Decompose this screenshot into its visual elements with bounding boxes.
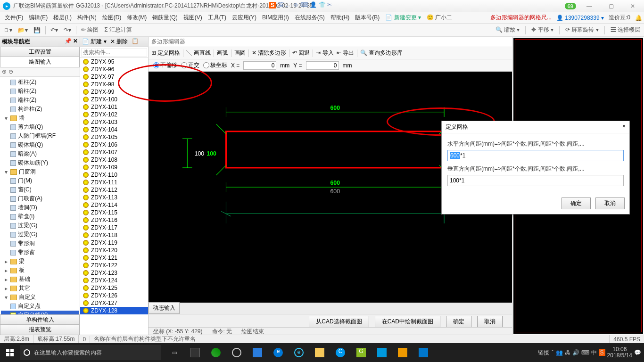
v-spacing-input[interactable]: 100*1: [447, 175, 624, 186]
lib-button[interactable]: 🔍 查询多边形库: [360, 49, 403, 57]
tree-al[interactable]: 暗梁(A): [18, 150, 37, 158]
list-item[interactable]: ZDYX-110: [80, 171, 148, 179]
open-icon[interactable]: 📂▾: [16, 26, 30, 34]
tree-custom[interactable]: 自定义: [19, 293, 36, 301]
menu-modify[interactable]: 修改(M): [124, 13, 149, 23]
menu-version[interactable]: 版本号(B): [352, 13, 382, 23]
collapse-icon[interactable]: ⊖: [8, 68, 13, 75]
list-item[interactable]: ZDYX-109: [80, 164, 148, 171]
menu-edit[interactable]: 编辑(E): [26, 13, 50, 23]
undo-icon[interactable]: ↶▾: [49, 26, 60, 34]
menu-rebar[interactable]: 钢筋量(Q): [149, 13, 180, 23]
list-item[interactable]: ZDYX-119: [80, 239, 148, 247]
list-item[interactable]: ZDYX-101: [80, 103, 148, 111]
list-item[interactable]: ZDYX-118: [80, 231, 148, 239]
task-app1[interactable]: [186, 345, 205, 360]
max-button[interactable]: ▢: [603, 3, 619, 9]
tree-jlq[interactable]: 剪力墙(Q): [18, 123, 43, 131]
h-spacing-input[interactable]: 600*1: [447, 150, 624, 161]
min-button[interactable]: —: [581, 3, 598, 9]
tree-dz[interactable]: 端柱(Z): [18, 96, 36, 104]
tab-project[interactable]: 工程设置: [0, 47, 80, 58]
list-item[interactable]: ZDYX-115: [80, 209, 148, 216]
list-item[interactable]: ZDYX-123: [80, 269, 148, 277]
editor-ok-button[interactable]: 确定: [446, 316, 471, 328]
list-item[interactable]: ZDYX-97: [80, 73, 148, 81]
expand-icon[interactable]: ⊕: [2, 68, 7, 75]
list-item[interactable]: ZDYX-113: [80, 194, 148, 201]
redo-icon[interactable]: ↷▾: [62, 26, 73, 34]
menu-tool[interactable]: 工具(T): [205, 13, 229, 23]
list-item[interactable]: ZDYX-114: [80, 201, 148, 209]
search-input[interactable]: [81, 48, 147, 57]
menu-view[interactable]: 视图(V): [181, 13, 205, 23]
pan-button[interactable]: ✥ 平移 ▾: [529, 25, 555, 35]
menu-online[interactable]: 在线服务(S): [292, 13, 328, 23]
list-item[interactable]: ZDYX-95: [80, 58, 148, 66]
back-button[interactable]: ↶ 回退: [292, 49, 310, 57]
tree-cpoint[interactable]: 自定义点: [18, 302, 41, 310]
export-button[interactable]: ⇤ 导出: [337, 49, 354, 57]
start-button[interactable]: [0, 349, 20, 356]
select-cad-button[interactable]: 从CAD选择截面图: [309, 316, 369, 328]
tab-single[interactable]: 单构件输入: [0, 314, 80, 325]
list-item[interactable]: ZDYX-98: [80, 81, 148, 88]
list-item[interactable]: ZDYX-117: [80, 224, 148, 231]
user-label[interactable]: 🙂 广小二: [424, 13, 455, 23]
tree-az[interactable]: 暗柱(Z): [18, 87, 36, 95]
tree-gl[interactable]: 过梁(G): [18, 230, 37, 239]
draw-button[interactable]: ✏ 绘图: [79, 25, 100, 35]
floor-select[interactable]: ☰ 选择楼层: [609, 25, 642, 35]
task-app4-icon[interactable]: [393, 345, 412, 360]
tree-dxc[interactable]: 带形窗: [18, 248, 35, 256]
list-item[interactable]: ZDYX-107: [80, 148, 148, 156]
list-item[interactable]: ZDYX-96: [80, 66, 148, 73]
tree-qtjj[interactable]: 砌体加筋(Y): [18, 159, 48, 167]
ime-icons[interactable]: 。 ☺ ⌨ 👤 👕 ✂: [286, 1, 332, 9]
zoom-button[interactable]: 🔍 缩放 ▾: [494, 25, 522, 35]
list-item[interactable]: ZDYX-103: [80, 118, 148, 126]
phone-label[interactable]: 👤 13907298339 ▾: [556, 15, 604, 21]
menu-bim[interactable]: BIM应用(I): [259, 13, 292, 23]
link-label[interactable]: 链接: [538, 349, 549, 357]
new-change-button[interactable]: 📄 新建变更 ▾: [382, 13, 424, 23]
list-item[interactable]: ZDYX-127: [80, 299, 148, 307]
notif-badge[interactable]: 69: [565, 3, 576, 9]
tray-up-icon[interactable]: ˄: [551, 349, 554, 356]
list-item[interactable]: ZDYX-121: [80, 254, 148, 262]
bell-icon[interactable]: 🔔: [635, 15, 642, 21]
task-app3-icon[interactable]: [372, 345, 391, 360]
component-list[interactable]: ZDYX-95ZDYX-96ZDYX-97ZDYX-98ZDYX-99ZDYX-…: [80, 58, 148, 335]
dialog-ok-button[interactable]: 确定: [561, 197, 591, 209]
rotate-button[interactable]: ⟳ 屏幕旋转 ▾: [563, 25, 601, 35]
task-browser-icon[interactable]: C: [331, 345, 350, 360]
arc-button[interactable]: 画弧: [217, 49, 228, 57]
list-item[interactable]: ZDYX-104: [80, 126, 148, 133]
taskbar-search[interactable]: 在这里输入你要搜索的内容: [20, 345, 161, 360]
close-button[interactable]: ✕: [624, 3, 641, 9]
sogou-icon[interactable]: S: [269, 2, 276, 8]
tree-gzz[interactable]: 构造柱(Z): [18, 105, 42, 113]
tree-door-m[interactable]: 门(M): [18, 177, 32, 185]
task-app5-icon[interactable]: [414, 345, 433, 360]
tree-qtq[interactable]: 砌体墙(Q): [18, 141, 43, 149]
sum-button[interactable]: Σ 汇总计算: [102, 25, 134, 35]
new-icon[interactable]: 🗋▾: [2, 26, 14, 34]
copy-comp-button[interactable]: 📋: [132, 38, 139, 46]
list-item[interactable]: ZDYX-122: [80, 262, 148, 269]
nav-pin-icon[interactable]: 📌 ✕: [65, 38, 78, 46]
grid-button[interactable]: ⊞ 定义网格: [151, 49, 180, 57]
y-input[interactable]: [306, 61, 339, 70]
list-item[interactable]: ZDYX-116: [80, 216, 148, 224]
opt-noshift[interactable]: 不偏移: [153, 61, 177, 69]
list-item[interactable]: ZDYX-125: [80, 284, 148, 292]
list-item[interactable]: ZDYX-102: [80, 111, 148, 118]
tree-slab[interactable]: 板: [19, 266, 25, 274]
tray-sogou-icon[interactable]: S: [599, 349, 605, 356]
task-edge2-icon[interactable]: e: [269, 345, 288, 360]
dialog-cancel-button[interactable]: 取消: [595, 197, 625, 209]
tree-rf[interactable]: 人防门框墙(RF: [18, 132, 56, 140]
tree-found[interactable]: 基础: [19, 275, 30, 283]
menu-floor[interactable]: 楼层(L): [50, 13, 74, 23]
list-item[interactable]: ZDYX-105: [80, 133, 148, 141]
